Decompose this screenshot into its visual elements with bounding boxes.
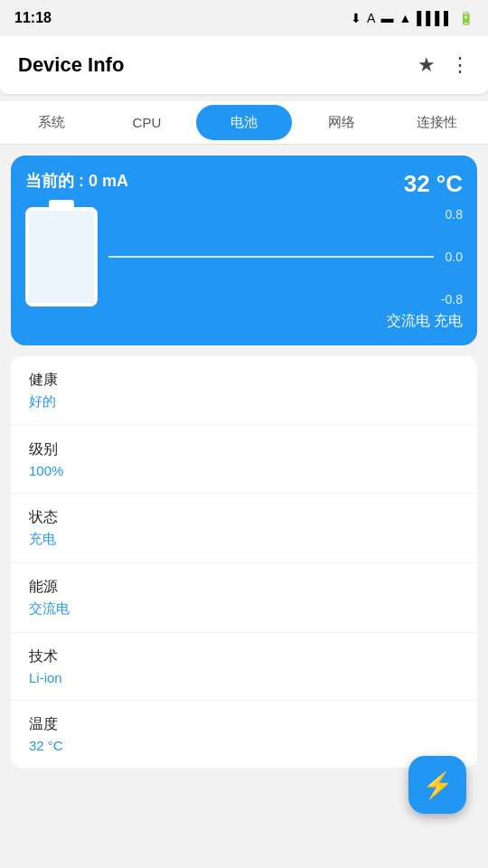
tab-system[interactable]: 系统 [4,101,99,144]
battery-chart-area: 0.8 0.0 -0.8 [25,207,463,307]
app-title: Device Info [18,53,124,77]
chart-label-top: 0.8 [441,207,463,222]
battery-current: 当前的 : 0 mA [25,170,128,192]
info-item: 能源 交流电 [11,563,477,633]
info-item: 状态 充电 [11,494,477,563]
info-label: 健康 [29,371,459,390]
tab-battery[interactable]: 电池 [196,105,292,140]
chart-line-container [108,207,434,307]
chart-line [108,256,434,258]
battery-card-header: 当前的 : 0 mA 32 °C [25,170,463,198]
app-bar-icons: ★ ⋮ [418,53,470,77]
info-item: 健康 好的 [11,356,477,426]
info-label: 技术 [29,647,459,666]
info-value: 交流电 [29,600,459,618]
tab-connectivity[interactable]: 连接性 [389,101,484,144]
battery-fill [29,211,94,303]
battery-icon-container [25,207,98,307]
info-label: 能源 [29,578,459,597]
chart-label-mid: 0.0 [441,250,463,264]
battery-icon [25,207,98,307]
status-time: 11:18 [14,10,52,26]
battery-card: 当前的 : 0 mA 32 °C 0.8 0.0 -0.8 交流电 充电 [11,156,477,345]
info-value: 100% [29,463,459,478]
info-value: 好的 [29,393,459,410]
signal-icon: ▌▌▌▌ [417,11,453,25]
sim-icon: A [367,11,375,25]
status-icons: ⬇ A ▬ ▲ ▌▌▌▌ 🔋 [351,11,474,25]
screen-icon: ▬ [380,11,393,25]
status-bar: 11:18 ⬇ A ▬ ▲ ▌▌▌▌ 🔋 [0,0,488,36]
chart-labels: 0.8 0.0 -0.8 [441,207,463,307]
info-label: 级别 [29,440,459,459]
info-label: 状态 [29,508,459,527]
tab-network[interactable]: 网络 [294,101,389,144]
fab-icon: ⚡ [422,770,454,800]
download-icon: ⬇ [351,11,361,25]
info-value: 充电 [29,531,459,548]
info-value: 32 °C [29,738,459,753]
battery-status-text: 交流电 充电 [25,312,463,331]
info-value: Li-ion [29,670,459,685]
tab-bar: 系统 CPU 电池 网络 连接性 [0,101,488,145]
app-bar: Device Info ★ ⋮ [0,36,488,94]
fab-button[interactable]: ⚡ [408,756,466,814]
info-item: 技术 Li-ion [11,633,477,701]
tab-cpu[interactable]: CPU [99,102,195,143]
chart-label-bot: -0.8 [441,292,463,307]
info-item: 级别 100% [11,426,477,494]
chart-area: 0.8 0.0 -0.8 [108,207,463,307]
wifi-icon: ▲ [399,11,411,25]
star-button[interactable]: ★ [418,53,436,77]
menu-button[interactable]: ⋮ [450,53,470,77]
battery-status-icon: 🔋 [458,11,474,25]
info-label: 温度 [29,715,459,734]
battery-temperature: 32 °C [404,170,463,198]
info-list: 健康 好的 级别 100% 状态 充电 能源 交流电 技术 Li-ion 温度 … [11,356,477,768]
info-item: 温度 32 °C [11,701,477,768]
